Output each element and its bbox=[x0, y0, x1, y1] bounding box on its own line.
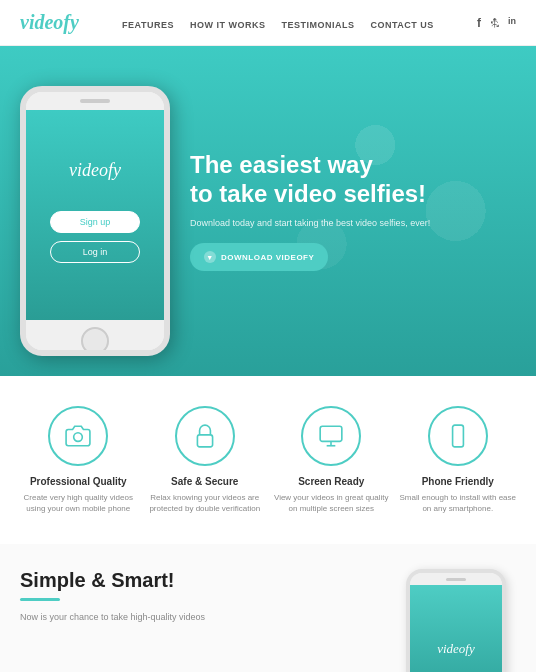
features-section: Professional Quality Create very high qu… bbox=[0, 376, 536, 544]
feature-safe-secure-desc: Relax knowing your videos are protected … bbox=[147, 492, 264, 514]
feature-screen-ready-title: Screen Ready bbox=[298, 476, 364, 487]
safe-secure-icon-circle bbox=[175, 406, 235, 466]
hero-section: videofy Sign up Log in The easiest way t… bbox=[0, 46, 536, 376]
phone-friendly-icon-circle bbox=[428, 406, 488, 466]
nav-link-how-it-works[interactable]: HOW IT WORKS bbox=[190, 20, 266, 30]
phone-icon bbox=[445, 423, 471, 449]
feature-phone-friendly: Phone Friendly Small enough to install w… bbox=[400, 406, 517, 514]
phone-speaker bbox=[80, 99, 110, 103]
navbar: videofy FEATURES HOW IT WORKS TESTIMONIA… bbox=[0, 0, 536, 46]
phone-screen: videofy Sign up Log in bbox=[26, 110, 164, 320]
phone-mockup: videofy Sign up Log in bbox=[20, 86, 170, 356]
social-links: f 𝦃 in bbox=[477, 16, 516, 30]
phone-home-button bbox=[81, 327, 109, 355]
phone-bottom bbox=[26, 320, 164, 356]
twitter-link[interactable]: 𝦃 bbox=[489, 16, 500, 30]
hero-text: The easiest way to take video selfies! D… bbox=[190, 151, 516, 271]
professional-quality-icon-circle bbox=[48, 406, 108, 466]
nav-link-contact[interactable]: CONTACT US bbox=[370, 20, 433, 30]
svg-rect-1 bbox=[197, 435, 212, 447]
phone-top-bar bbox=[26, 92, 164, 110]
linkedin-link[interactable]: in bbox=[508, 16, 516, 30]
simple-smart-subtext: Now is your chance to take high-quality … bbox=[20, 611, 376, 625]
lock-icon bbox=[192, 423, 218, 449]
simple-smart-text: Simple & Smart! Now is your chance to ta… bbox=[20, 569, 376, 625]
nav-links: FEATURES HOW IT WORKS TESTIMONIALS CONTA… bbox=[122, 14, 434, 32]
heading-underline bbox=[20, 598, 60, 601]
nav-item-testimonials[interactable]: TESTIMONIALS bbox=[281, 14, 354, 32]
phone2-top-bar bbox=[410, 573, 502, 585]
download-button[interactable]: ▼ DOWNLOAD VIDEOFY bbox=[190, 243, 328, 271]
logo: videofy bbox=[20, 11, 79, 34]
monitor-icon bbox=[318, 423, 344, 449]
phone-logo: videofy bbox=[69, 160, 121, 181]
nav-link-features[interactable]: FEATURES bbox=[122, 20, 174, 30]
nav-link-testimonials[interactable]: TESTIMONIALS bbox=[281, 20, 354, 30]
feature-safe-secure: Safe & Secure Relax knowing your videos … bbox=[147, 406, 264, 514]
phone2-logo: videofy bbox=[437, 641, 475, 657]
svg-point-0 bbox=[74, 433, 83, 442]
feature-professional-quality: Professional Quality Create very high qu… bbox=[20, 406, 137, 514]
nav-item-how-it-works[interactable]: HOW IT WORKS bbox=[190, 14, 266, 32]
feature-safe-secure-title: Safe & Secure bbox=[171, 476, 238, 487]
nav-item-features[interactable]: FEATURES bbox=[122, 14, 174, 32]
feature-screen-ready-desc: View your videos in great quality on mul… bbox=[273, 492, 390, 514]
features-grid: Professional Quality Create very high qu… bbox=[20, 406, 516, 514]
phone2-speaker bbox=[446, 578, 466, 581]
feature-screen-ready: Screen Ready View your videos in great q… bbox=[273, 406, 390, 514]
hero-headline: The easiest way to take video selfies! bbox=[190, 151, 516, 209]
camera-icon bbox=[65, 423, 91, 449]
feature-professional-quality-desc: Create very high quality videos using yo… bbox=[20, 492, 137, 514]
download-icon: ▼ bbox=[204, 251, 216, 263]
facebook-link[interactable]: f bbox=[477, 16, 481, 30]
simple-smart-phone-area: videofy bbox=[396, 569, 516, 672]
phone-login-btn[interactable]: Log in bbox=[50, 241, 140, 263]
feature-phone-friendly-desc: Small enough to install with ease on any… bbox=[400, 492, 517, 514]
simple-smart-section: Simple & Smart! Now is your chance to ta… bbox=[0, 544, 536, 672]
feature-phone-friendly-title: Phone Friendly bbox=[422, 476, 494, 487]
phone2-screen: videofy bbox=[410, 585, 502, 672]
svg-rect-2 bbox=[320, 426, 342, 441]
nav-item-contact[interactable]: CONTACT US bbox=[370, 14, 433, 32]
screen-ready-icon-circle bbox=[301, 406, 361, 466]
svg-rect-5 bbox=[452, 425, 463, 447]
hero-content: videofy Sign up Log in The easiest way t… bbox=[0, 66, 536, 356]
simple-smart-heading: Simple & Smart! bbox=[20, 569, 376, 592]
feature-professional-quality-title: Professional Quality bbox=[30, 476, 127, 487]
phone-signup-btn[interactable]: Sign up bbox=[50, 211, 140, 233]
hero-subtext: Download today and start taking the best… bbox=[190, 217, 516, 230]
phone2-mockup: videofy bbox=[406, 569, 506, 672]
